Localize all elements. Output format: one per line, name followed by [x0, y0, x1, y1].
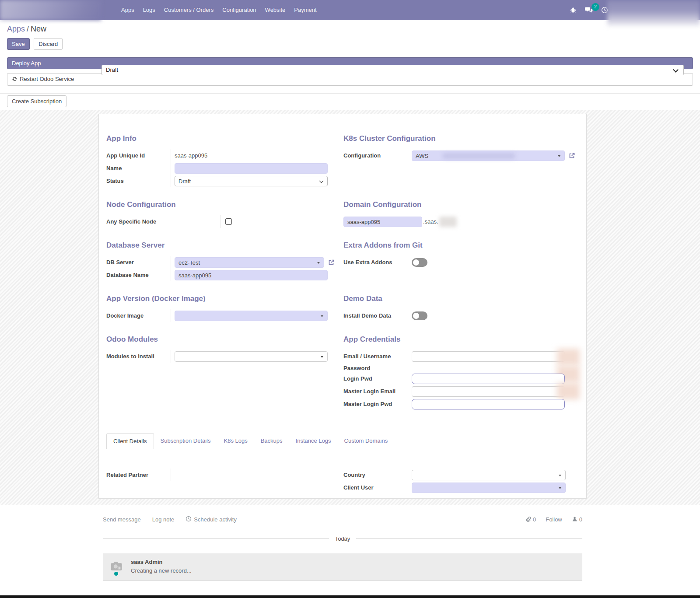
refresh-icon [12, 76, 18, 84]
send-message-button[interactable]: Send message [103, 516, 141, 523]
client-user-combobox[interactable] [412, 483, 566, 493]
caret-down-icon [558, 155, 560, 157]
database-name-label: Database Name [106, 269, 171, 281]
form-background: App Info App Unique Id saas-app095 Name … [0, 110, 700, 505]
section-title: Node Configuration [106, 200, 328, 209]
message-body: Creating a new record... [131, 567, 192, 574]
menu-item-customers-orders[interactable]: Customers / Orders [160, 0, 218, 20]
master-login-pwd-input[interactable] [412, 399, 565, 409]
subdomain-input[interactable]: saas-app095 [343, 217, 422, 227]
section-node-configuration: Node Configuration Any Specific Node [106, 200, 328, 228]
caret-down-icon [559, 475, 561, 476]
redaction-blur-user-menu [607, 0, 700, 27]
tab-custom-domains[interactable]: Custom Domains [338, 433, 395, 449]
email-username-input[interactable] [412, 351, 565, 362]
window-bottom-edge [0, 595, 700, 598]
modules-to-install-combobox[interactable] [175, 351, 328, 362]
followers-button[interactable]: 0 [572, 516, 582, 523]
caret-down-icon [321, 356, 323, 358]
redaction-blur [439, 217, 457, 227]
db-server-combobox[interactable]: ec2-Test [175, 257, 324, 268]
message-author[interactable]: saas Admin [131, 559, 192, 565]
schedule-activity-button[interactable]: Schedule activity [186, 516, 237, 523]
section-domain-configuration: Domain Configuration saas-app095 .saas. [343, 200, 572, 228]
tab-bar: Client Details Subscription Details K8s … [106, 433, 572, 449]
tab-panel-client-details: Related Partner Country Clie [106, 449, 572, 494]
docker-image-combobox[interactable] [175, 311, 328, 321]
date-divider: Today [103, 535, 582, 542]
breadcrumb-apps-link[interactable]: Apps [7, 24, 25, 33]
email-username-label: Email / Username [343, 350, 408, 363]
section-title: App Info [106, 134, 328, 143]
followers-count: 0 [579, 516, 582, 523]
top-navbar: Apps Logs Customers / Orders Configurati… [0, 0, 700, 20]
menu-item-logs[interactable]: Logs [139, 0, 160, 20]
tab-k8s-logs[interactable]: K8s Logs [217, 433, 254, 449]
name-input[interactable] [175, 163, 328, 174]
password-label: Password [343, 363, 408, 372]
use-extra-addons-toggle[interactable] [412, 258, 427, 267]
related-partner-group: Related Partner [106, 469, 328, 494]
use-extra-addons-label: Use Extra Addons [343, 256, 408, 269]
login-pwd-label: Login Pwd [343, 372, 408, 385]
menu-item-apps[interactable]: Apps [117, 0, 139, 20]
docker-image-label: Docker Image [106, 309, 171, 322]
tab-backups[interactable]: Backups [254, 433, 289, 449]
section-title: App Version (Docker Image) [106, 294, 328, 303]
chatter: Send message Log note Schedule activity … [103, 505, 582, 581]
notebook: Client Details Subscription Details K8s … [106, 433, 572, 494]
breadcrumb-separator: / [25, 24, 31, 33]
status-label: Status [106, 175, 171, 187]
section-title: Domain Configuration [343, 200, 572, 209]
client-user-label: Client User [343, 481, 408, 494]
tab-client-details[interactable]: Client Details [106, 433, 154, 449]
chatter-message: saas Admin Creating a new record... [103, 553, 582, 581]
any-specific-node-checkbox[interactable] [225, 218, 232, 225]
menu-item-payment[interactable]: Payment [290, 0, 321, 20]
save-button[interactable]: Save [7, 38, 30, 50]
app-unique-id-label: App Unique Id [106, 149, 171, 162]
log-note-button[interactable]: Log note [152, 516, 175, 523]
breadcrumb: Apps/New [7, 24, 693, 34]
menu-item-configuration[interactable]: Configuration [218, 0, 260, 20]
status-select[interactable]: Draft [175, 176, 328, 186]
follow-button[interactable]: Follow [546, 516, 562, 523]
external-link-icon[interactable] [328, 259, 335, 266]
country-combobox[interactable] [412, 470, 566, 480]
caret-down-icon [321, 315, 323, 317]
discard-button[interactable]: Discard [34, 38, 63, 50]
tab-subscription-details[interactable]: Subscription Details [154, 433, 217, 449]
section-app-info: App Info App Unique Id saas-app095 Name … [106, 134, 328, 187]
login-pwd-input[interactable] [412, 374, 565, 384]
database-name-input[interactable]: saas-app095 [175, 270, 328, 280]
person-icon [572, 516, 578, 523]
configuration-label: Configuration [343, 149, 408, 162]
configuration-combobox[interactable]: AWS [412, 150, 565, 161]
bug-icon[interactable] [570, 7, 577, 14]
section-odoo-modules: Odoo Modules Modules to install [106, 335, 328, 410]
messages-icon[interactable]: 2 [584, 7, 593, 14]
breadcrumb-current: New [31, 24, 46, 33]
section-title: Extra Addons from Git [343, 241, 572, 250]
online-status-dot [114, 572, 118, 576]
create-subscription-button[interactable]: Create Subscription [7, 95, 66, 107]
status-dropdown[interactable]: Draft [102, 65, 684, 75]
section-title: Demo Data [343, 294, 572, 303]
external-link-icon[interactable] [568, 152, 575, 159]
section-title: Odoo Modules [106, 335, 328, 344]
tab-instance-logs[interactable]: Instance Logs [289, 433, 338, 449]
menu-item-website[interactable]: Website [261, 0, 290, 20]
section-app-credentials: App Credentials Email / Username Passwor… [343, 335, 572, 410]
section-k8s-cluster: K8s Cluster Configuration Configuration … [343, 134, 572, 187]
section-extra-addons: Extra Addons from Git Use Extra Addons [343, 241, 572, 281]
master-login-email-input[interactable] [412, 386, 565, 397]
name-label: Name [106, 162, 171, 175]
app-unique-id-value: saas-app095 [175, 152, 207, 159]
install-demo-data-toggle[interactable] [412, 311, 427, 320]
chevron-down-icon [673, 67, 679, 73]
master-login-pwd-label: Master Login Pwd [343, 398, 408, 410]
form-sheet: App Info App Unique Id saas-app095 Name … [98, 114, 587, 499]
any-specific-node-label: Any Specific Node [106, 215, 221, 228]
attachments-button[interactable]: 0 [525, 516, 536, 523]
install-demo-data-label: Install Demo Data [343, 309, 408, 322]
